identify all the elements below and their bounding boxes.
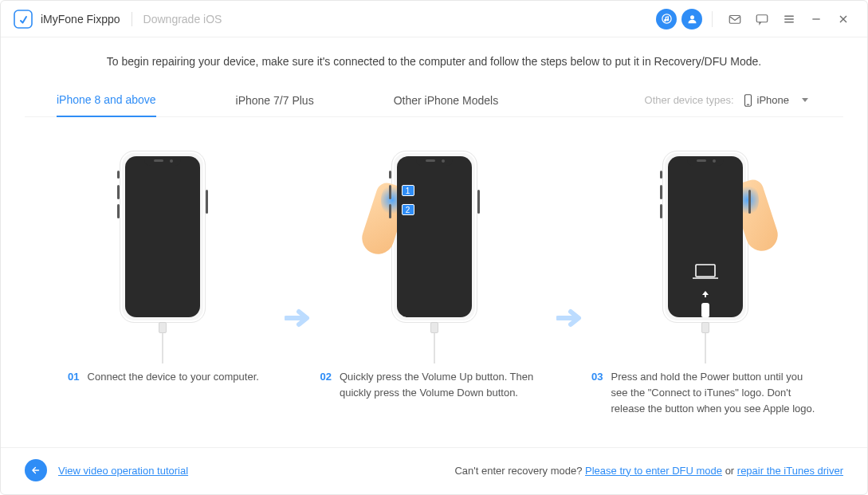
step-badge-1: 1 [402,185,414,196]
step-2-number: 02 [320,369,332,401]
step-1-number: 01 [68,369,79,385]
svg-rect-6 [756,14,768,22]
phone-icon [744,94,752,107]
titlebar-divider [712,11,713,27]
step-1: 01 Connect the device to your computer. [47,151,278,385]
step-1-text: Connect the device to your computer. [88,369,259,385]
svg-rect-0 [14,10,32,28]
device-type-select[interactable]: iPhone [739,91,811,110]
cable-icon [430,322,438,363]
step-badge-2: 2 [402,204,414,215]
step-3: 03 Press and hold the Power button until… [590,151,821,417]
mail-icon[interactable] [724,8,746,30]
tab-other-iphone[interactable]: Other iPhone Models [394,84,499,116]
arrow-right-icon [556,308,583,331]
or-text: or [722,465,737,477]
phone-illustration [120,151,206,323]
connect-to-itunes-icon [668,156,743,317]
step-3-text: Press and hold the Power button until yo… [611,369,821,417]
music-note-icon[interactable] [656,9,677,29]
svg-point-1 [662,14,670,23]
step-3-number: 03 [591,369,603,417]
repair-driver-link[interactable]: repair the iTunes driver [737,465,843,477]
video-tutorial-link[interactable]: View video operation tutorial [58,465,188,477]
app-title: iMyFone Fixppo [41,13,120,26]
app-logo-icon [14,10,33,29]
account-icon[interactable] [681,9,702,29]
breadcrumb: Downgrade iOS [143,13,222,26]
back-button[interactable] [25,459,47,481]
other-device-types-label: Other device types: [645,94,734,106]
device-type-value: iPhone [757,94,789,106]
cable-icon [159,322,167,363]
svg-point-2 [664,19,666,21]
tab-iphone8-above[interactable]: iPhone 8 and above [57,84,156,117]
cable-icon [701,322,709,363]
feedback-icon[interactable] [751,8,773,30]
svg-point-3 [666,19,668,21]
dfu-mode-link[interactable]: Please try to enter DFU mode [585,465,722,477]
step-2-text: Quickly press the Volume Up button. Then… [340,369,550,401]
svg-rect-5 [729,15,740,23]
svg-point-4 [690,15,694,19]
chevron-down-icon [802,98,808,102]
step-2: 1 2 02 Quickly press the Volume Up butto… [319,151,550,401]
title-divider [132,12,132,26]
svg-rect-15 [696,265,715,277]
device-tabs: iPhone 8 and above iPhone 7/7 Plus Other… [25,84,843,117]
minimize-button[interactable] [805,8,827,30]
arrow-right-icon [285,308,312,331]
phone-illustration [662,151,748,323]
menu-icon[interactable] [778,8,800,30]
close-button[interactable] [832,8,854,30]
phone-illustration: 1 2 [391,151,477,323]
tab-iphone7[interactable]: iPhone 7/7 Plus [236,84,314,116]
cant-enter-text: Can't enter recovery mode? [454,465,585,477]
intro-text: To begin repairing your device, make sur… [25,53,843,84]
